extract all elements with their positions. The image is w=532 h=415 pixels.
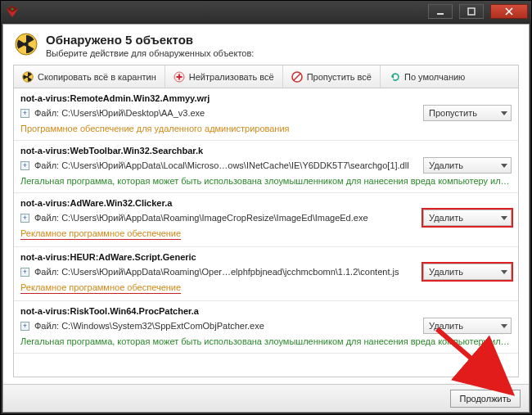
chevron-down-icon bbox=[501, 111, 507, 115]
threat-name: not-a-virus:RiskTool.Win64.ProcPatcher.a bbox=[20, 306, 199, 316]
file-label: Файл: bbox=[34, 321, 59, 331]
close-button[interactable] bbox=[490, 4, 528, 19]
neutralize-all-button[interactable]: Нейтрализовать всё bbox=[165, 65, 283, 88]
threat-description: Рекламное программное обеспечение bbox=[20, 228, 181, 240]
action-dropdown[interactable]: Пропустить bbox=[423, 105, 512, 121]
chevron-down-icon bbox=[501, 270, 507, 274]
chevron-down-icon bbox=[501, 216, 507, 220]
file-path: Файл: C:\Users\Юрий\AppData\Roaming\Imag… bbox=[34, 213, 418, 223]
svg-rect-1 bbox=[437, 13, 444, 15]
file-path: Файл: C:\Users\Юрий\Desktop\AA_v3.exe bbox=[34, 108, 418, 118]
action-dropdown[interactable]: Удалить bbox=[423, 157, 512, 174]
maximize-button[interactable] bbox=[459, 4, 484, 19]
app-window: Обнаружено 5 объектов Выберите действие … bbox=[0, 0, 532, 415]
header-subtitle: Выберите действие для обнаруженных объек… bbox=[46, 48, 254, 58]
expand-toggle-icon[interactable]: + bbox=[20, 214, 29, 223]
threat-name: not-a-virus:WebToolbar.Win32.Searchbar.k bbox=[20, 146, 203, 156]
skip-all-button[interactable]: Пропустить всё bbox=[283, 65, 381, 88]
file-label: Файл: bbox=[34, 108, 59, 118]
continue-button[interactable]: Продолжить bbox=[450, 390, 521, 408]
plus-shield-icon bbox=[174, 71, 185, 83]
threat-list: not-a-virus:RemoteAdmin.Win32.Ammyy.wrj+… bbox=[13, 88, 519, 377]
threat-name: not-a-virus:AdWare.Win32.Clicker.a bbox=[20, 198, 172, 208]
toolbar-label: Пропустить всё bbox=[307, 72, 372, 82]
default-button[interactable]: По умолчанию bbox=[381, 65, 473, 88]
threat-name: not-a-virus:HEUR:AdWare.Script.Generic bbox=[20, 252, 196, 262]
action-value: Пропустить bbox=[429, 108, 477, 118]
file-label: Файл: bbox=[34, 267, 59, 277]
expand-toggle-icon[interactable]: + bbox=[20, 161, 29, 170]
svg-rect-2 bbox=[468, 8, 475, 15]
action-value: Удалить bbox=[429, 267, 463, 277]
action-value: Удалить bbox=[429, 160, 463, 170]
radiation-icon bbox=[22, 71, 34, 83]
action-dropdown[interactable]: Удалить bbox=[423, 318, 512, 334]
chevron-down-icon bbox=[501, 324, 507, 328]
minimize-button[interactable] bbox=[428, 4, 453, 19]
radiation-warning-icon bbox=[15, 33, 38, 56]
file-label: Файл: bbox=[34, 160, 59, 170]
threat-name: not-a-virus:RemoteAdmin.Win32.Ammyy.wrj bbox=[20, 93, 210, 103]
threat-description: Рекламное программное обеспечение bbox=[20, 282, 181, 294]
svg-point-6 bbox=[27, 75, 29, 78]
file-path-value: C:\Windows\System32\SppExtComObjPatcher.… bbox=[59, 321, 264, 331]
svg-point-0 bbox=[11, 8, 13, 11]
expand-toggle-icon[interactable]: + bbox=[20, 109, 29, 118]
toolbar-label: Скопировать всё в карантин bbox=[38, 72, 156, 82]
file-path: Файл: C:\Users\Юрий\AppData\Local\Micros… bbox=[34, 160, 418, 170]
file-path-value: C:\Users\Юрий\AppData\Local\Microso…ows\… bbox=[59, 160, 409, 170]
threat-item: not-a-virus:WebToolbar.Win32.Searchbar.k… bbox=[14, 141, 518, 193]
header-title: Обнаружено 5 объектов bbox=[46, 33, 254, 47]
content-panel: Обнаружено 5 объектов Выберите действие … bbox=[2, 24, 530, 413]
file-path: Файл: C:\Users\Юрий\AppData\Roaming\Oper… bbox=[34, 267, 418, 277]
action-toolbar: Скопировать всё в карантин Нейтрализоват… bbox=[13, 65, 519, 88]
file-path-value: C:\Users\Юрий\Desktop\AA_v3.exe bbox=[59, 108, 205, 118]
no-entry-icon bbox=[291, 71, 303, 83]
action-value: Удалить bbox=[429, 321, 463, 331]
threat-item: not-a-virus:AdWare.Win32.Clicker.a+Файл:… bbox=[14, 193, 518, 247]
file-path: Файл: C:\Windows\System32\SppExtComObjPa… bbox=[34, 321, 418, 331]
toolbar-label: Нейтрализовать всё bbox=[189, 72, 274, 82]
chevron-down-icon bbox=[501, 164, 507, 168]
action-value: Удалить bbox=[429, 213, 463, 223]
threat-description: Программное обеспечение для удаленного а… bbox=[20, 124, 512, 133]
action-dropdown[interactable]: Удалить bbox=[423, 264, 512, 280]
header: Обнаружено 5 объектов Выберите действие … bbox=[3, 25, 529, 65]
threat-item: not-a-virus:RemoteAdmin.Win32.Ammyy.wrj+… bbox=[14, 88, 518, 141]
file-label: Файл: bbox=[34, 213, 59, 223]
file-path-value: C:\Users\Юрий\AppData\Roaming\ImageCropR… bbox=[59, 213, 367, 223]
toolbar-label: По умолчанию bbox=[404, 72, 465, 82]
titlebar bbox=[1, 1, 531, 22]
svg-point-4 bbox=[24, 42, 28, 46]
action-dropdown[interactable]: Удалить bbox=[423, 210, 512, 226]
quarantine-all-button[interactable]: Скопировать всё в карантин bbox=[14, 65, 165, 88]
undo-icon bbox=[389, 71, 400, 83]
threat-description: Легальная программа, которая может быть … bbox=[20, 176, 512, 186]
footer: Продолжить bbox=[3, 384, 529, 412]
app-logo-icon bbox=[6, 5, 19, 18]
threat-item: not-a-virus:HEUR:AdWare.Script.Generic+Ф… bbox=[14, 247, 518, 301]
expand-toggle-icon[interactable]: + bbox=[20, 268, 29, 277]
threat-item: not-a-virus:RiskTool.Win64.ProcPatcher.a… bbox=[14, 301, 518, 354]
expand-toggle-icon[interactable]: + bbox=[20, 322, 29, 331]
file-path-value: C:\Users\Юрий\AppData\Roaming\Oper…elphf… bbox=[59, 267, 399, 277]
threat-description: Легальная программа, которая может быть … bbox=[20, 336, 512, 346]
